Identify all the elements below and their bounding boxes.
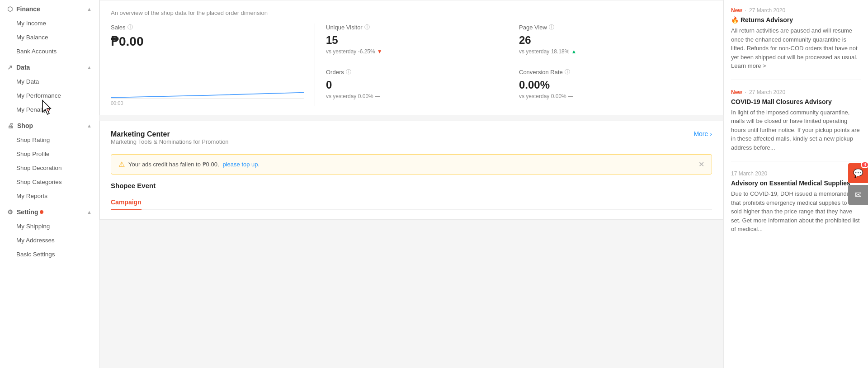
- unique-visitor-stat: Unique Visitor ⓘ 15 vs yesterday -6.25% …: [326, 24, 519, 61]
- news-meta-3: 17 March 2020: [731, 170, 861, 177]
- fab-container: 💬 9 ✉: [848, 163, 868, 205]
- unique-visitor-compare: vs yesterday -6.25% ▼: [326, 48, 514, 55]
- conversion-rate-compare: vs yesterday 0.00% —: [519, 93, 708, 99]
- cr-info-icon[interactable]: ⓘ: [565, 68, 570, 76]
- news-dot-2: ·: [745, 89, 746, 95]
- sidebar-item-shop-rating[interactable]: Shop Rating: [0, 133, 99, 147]
- mail-icon: ✉: [855, 190, 862, 200]
- news-date-2: 27 March 2020: [749, 89, 785, 95]
- up-arrow-icon: ▲: [571, 48, 576, 55]
- news-meta-2: New · 27 March 2020: [731, 89, 861, 95]
- news-dot-1: ·: [745, 7, 746, 14]
- sidebar-section-data[interactable]: ↗ Data ▲: [0, 58, 99, 75]
- orders-compare: vs yesterday 0.00% —: [326, 93, 514, 99]
- sidebar-section-shop[interactable]: 🖨 Shop ▲: [0, 117, 99, 133]
- marketing-card: Marketing Center Marketing Tools & Nomin…: [99, 121, 723, 220]
- sidebar-item-bank-accounts[interactable]: Bank Accounts: [0, 44, 99, 58]
- sales-column: Sales ⓘ ₱0.00 00:00: [111, 24, 315, 106]
- setting-dot: [40, 210, 43, 214]
- news-body-2: In light of the imposed community quaran…: [731, 108, 861, 152]
- sidebar-item-my-shipping[interactable]: My Shipping: [0, 219, 99, 233]
- sidebar-item-my-addresses[interactable]: My Addresses: [0, 233, 99, 247]
- uv-info-icon[interactable]: ⓘ: [364, 24, 370, 31]
- tab-campaign[interactable]: Campaign: [111, 195, 142, 210]
- marketing-title-block: Marketing Center Marketing Tools & Nomin…: [111, 130, 229, 152]
- sidebar-section-data-label: Data: [16, 64, 30, 71]
- news-item-3: 17 March 2020 Advisory on Essential Medi…: [731, 170, 861, 243]
- alert-banner: ⚠ Your ads credit has fallen to ₱0.00, p…: [111, 154, 712, 175]
- sidebar: ⬡ Finance ▲ My Income My Balance Bank Ac…: [0, 0, 99, 368]
- news-title-2: COVID-19 Mall Closures Advisory: [731, 98, 861, 105]
- setting-icon: ⚙: [7, 208, 13, 216]
- finance-icon: ⬡: [7, 5, 13, 13]
- fire-icon: 🔥: [731, 16, 739, 24]
- chevron-up-icon-setting: ▲: [87, 209, 92, 215]
- sidebar-item-shop-categories[interactable]: Shop Categories: [0, 175, 99, 189]
- news-meta-1: New · 27 March 2020: [731, 7, 861, 14]
- mail-fab-button[interactable]: ✉: [848, 185, 868, 205]
- stats-subtitle: An overview of the shop data for the pla…: [111, 9, 712, 16]
- sidebar-item-my-performance[interactable]: My Performance: [0, 89, 99, 103]
- alert-content: ⚠ Your ads credit has fallen to ₱0.00, p…: [118, 160, 259, 169]
- chevron-up-icon: ▲: [87, 6, 92, 12]
- chat-icon: 💬: [853, 168, 863, 178]
- shop-icon: 🖨: [7, 122, 14, 129]
- sales-value: ₱0.00: [111, 34, 304, 49]
- sales-chart: [111, 53, 304, 99]
- sidebar-section-finance-label: Finance: [16, 5, 40, 13]
- sidebar-item-my-income[interactable]: My Income: [0, 16, 99, 30]
- warning-icon: ⚠: [118, 160, 125, 169]
- orders-stat: Orders ⓘ 0 vs yesterday 0.00% —: [326, 68, 519, 106]
- news-title-3: Advisory on Essential Medical Supplies: [731, 179, 861, 187]
- chevron-up-icon-data: ▲: [87, 65, 92, 70]
- sidebar-item-shop-profile[interactable]: Shop Profile: [0, 147, 99, 161]
- data-icon: ↗: [7, 64, 13, 71]
- news-badge-2: New: [731, 89, 742, 95]
- chevron-right-icon: ›: [710, 130, 712, 137]
- chevron-up-icon-shop: ▲: [87, 123, 92, 128]
- sidebar-section-setting[interactable]: ⚙ Setting ▲: [0, 203, 99, 219]
- alert-close-button[interactable]: ✕: [698, 160, 704, 169]
- page-view-compare: vs yesterday 18.18% ▲: [519, 48, 708, 55]
- sidebar-item-shop-decoration[interactable]: Shop Decoration: [0, 161, 99, 175]
- page-view-value: 26: [519, 34, 708, 47]
- news-date-3: 17 March 2020: [731, 170, 767, 177]
- sidebar-item-my-balance[interactable]: My Balance: [0, 30, 99, 44]
- news-item-1: New · 27 March 2020 🔥 Returns Advisory A…: [731, 7, 861, 80]
- sidebar-item-basic-settings[interactable]: Basic Settings: [0, 247, 99, 261]
- sidebar-item-my-reports[interactable]: My Reports: [0, 189, 99, 203]
- sidebar-item-my-penalty[interactable]: My Penalty: [0, 103, 99, 117]
- chart-time-label: 00:00: [111, 100, 304, 106]
- event-title: Shopee Event: [111, 182, 712, 189]
- news-badge-1: New: [731, 7, 742, 14]
- sidebar-section-shop-label: Shop: [17, 122, 33, 129]
- chat-badge: 9: [861, 161, 868, 168]
- top-up-link[interactable]: please top up.: [222, 161, 259, 168]
- marketing-header: Marketing Center Marketing Tools & Nomin…: [111, 130, 712, 152]
- right-stats-grid: Unique Visitor ⓘ 15 vs yesterday -6.25% …: [315, 24, 712, 106]
- news-date-1: 27 March 2020: [749, 7, 785, 14]
- event-tabs: Campaign: [111, 195, 712, 210]
- sidebar-item-my-data[interactable]: My Data: [0, 75, 99, 89]
- marketing-subtitle: Marketing Tools & Nominations for Promot…: [111, 138, 229, 145]
- pv-info-icon[interactable]: ⓘ: [549, 24, 554, 31]
- sales-label: Sales ⓘ: [111, 24, 304, 31]
- stats-card: An overview of the shop data for the pla…: [99, 0, 723, 115]
- chat-fab-button[interactable]: 💬 9: [848, 163, 868, 183]
- down-arrow-icon: ▼: [377, 48, 382, 55]
- more-link[interactable]: More ›: [693, 130, 712, 137]
- news-body-1: All return activities are paused and wil…: [731, 26, 861, 71]
- sidebar-section-finance[interactable]: ⬡ Finance ▲: [0, 0, 99, 16]
- main-content: An overview of the shop data for the pla…: [99, 0, 723, 368]
- unique-visitor-value: 15: [326, 34, 514, 47]
- orders-info-icon[interactable]: ⓘ: [346, 68, 351, 76]
- conversion-rate-value: 0.00%: [519, 79, 708, 91]
- alert-text: Your ads credit has fallen to ₱0.00,: [128, 161, 219, 168]
- news-item-2: New · 27 March 2020 COVID-19 Mall Closur…: [731, 89, 861, 162]
- orders-value: 0: [326, 79, 514, 91]
- news-title-1: 🔥 Returns Advisory: [731, 16, 861, 24]
- right-panel: New · 27 March 2020 🔥 Returns Advisory A…: [723, 0, 868, 368]
- news-body-3: Due to COVID-19, DOH issued a memorandum…: [731, 189, 861, 234]
- conversion-rate-stat: Conversion Rate ⓘ 0.00% vs yesterday 0.0…: [519, 68, 712, 106]
- sales-info-icon[interactable]: ⓘ: [127, 24, 133, 31]
